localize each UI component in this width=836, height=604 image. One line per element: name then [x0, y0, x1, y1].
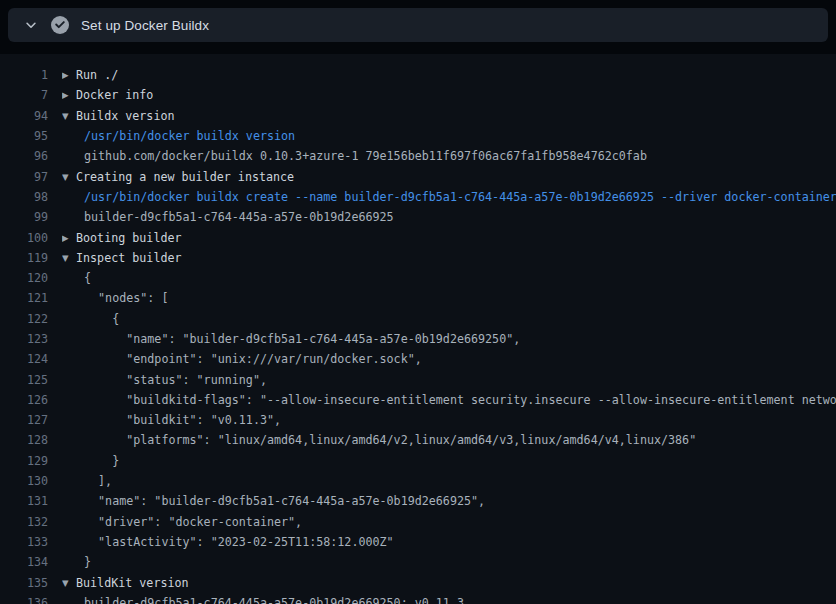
line-number[interactable]: 7 [0, 88, 48, 102]
line-number[interactable]: 95 [0, 129, 48, 143]
log-output-text: "name": "builder-d9cfb5a1-c764-445a-a57e… [84, 494, 485, 508]
log-line: 100▶Booting builder [0, 227, 836, 247]
log-line: 134} [0, 552, 836, 572]
step-title: Set up Docker Buildx [81, 18, 209, 33]
log-output-text: builder-d9cfb5a1-c764-445a-a57e-0b19d2e6… [84, 210, 394, 224]
log-output-text: { [84, 271, 91, 285]
log-line: 120{ [0, 268, 836, 288]
line-number[interactable]: 98 [0, 190, 48, 204]
log-line: 98/usr/bin/docker buildx create --name b… [0, 187, 836, 207]
line-number[interactable]: 132 [0, 515, 48, 529]
log-line: 1▶Run ./ [0, 65, 836, 85]
log-output-text: "name": "builder-d9cfb5a1-c764-445a-a57e… [84, 332, 520, 346]
log-group-header[interactable]: ▼Inspect builder [62, 251, 182, 265]
collapse-triangle-icon: ▼ [62, 172, 76, 182]
log-line: 136builder-d9cfb5a1-c764-445a-a57e-0b19d… [0, 593, 836, 604]
log-viewer: 1▶Run ./7▶Docker info94▼Buildx version95… [0, 54, 836, 604]
collapse-triangle-icon: ▼ [62, 578, 76, 588]
log-line: 131 "name": "builder-d9cfb5a1-c764-445a-… [0, 491, 836, 511]
log-line: 129 } [0, 451, 836, 471]
line-number[interactable]: 135 [0, 576, 48, 590]
group-title: Booting builder [76, 231, 182, 245]
log-line: 126 "buildkitd-flags": "--allow-insecure… [0, 390, 836, 410]
log-output-text: "buildkit": "v0.11.3", [84, 413, 281, 427]
line-number[interactable]: 94 [0, 109, 48, 123]
line-number[interactable]: 134 [0, 555, 48, 569]
group-title: Inspect builder [76, 251, 182, 265]
log-line: 135▼BuildKit version [0, 572, 836, 592]
log-line: 122 { [0, 309, 836, 329]
expand-triangle-icon: ▶ [62, 233, 76, 243]
chevron-down-icon[interactable] [20, 14, 42, 36]
line-number[interactable]: 124 [0, 352, 48, 366]
line-number[interactable]: 127 [0, 413, 48, 427]
log-command-text: /usr/bin/docker buildx version [84, 129, 295, 143]
line-number[interactable]: 99 [0, 210, 48, 224]
log-group-header[interactable]: ▼BuildKit version [62, 576, 189, 590]
line-number[interactable]: 126 [0, 393, 48, 407]
step-header[interactable]: Set up Docker Buildx [8, 8, 828, 42]
log-output-text: "lastActivity": "2023-02-25T11:58:12.000… [84, 535, 394, 549]
log-group-header[interactable]: ▶Booting builder [62, 231, 182, 245]
log-line: 95/usr/bin/docker buildx version [0, 126, 836, 146]
log-line: 7▶Docker info [0, 85, 836, 105]
line-number[interactable]: 130 [0, 474, 48, 488]
log-line: 125 "status": "running", [0, 369, 836, 389]
line-number[interactable]: 97 [0, 170, 48, 184]
line-number[interactable]: 129 [0, 454, 48, 468]
log-line: 96github.com/docker/buildx 0.10.3+azure-… [0, 146, 836, 166]
line-number[interactable]: 131 [0, 494, 48, 508]
log-line: 123 "name": "builder-d9cfb5a1-c764-445a-… [0, 329, 836, 349]
log-group-header[interactable]: ▶Docker info [62, 88, 153, 102]
log-line: 94▼Buildx version [0, 106, 836, 126]
group-title: BuildKit version [76, 576, 189, 590]
log-output-text: "driver": "docker-container", [84, 515, 302, 529]
group-title: Creating a new builder instance [76, 170, 294, 184]
log-line: 130 ], [0, 471, 836, 491]
log-line: 128 "platforms": "linux/amd64,linux/amd6… [0, 430, 836, 450]
log-output-text: "platforms": "linux/amd64,linux/amd64/v2… [84, 433, 696, 447]
log-output-text: "status": "running", [84, 373, 267, 387]
log-group-header[interactable]: ▼Creating a new builder instance [62, 170, 294, 184]
line-number[interactable]: 96 [0, 149, 48, 163]
log-output-text: "nodes": [ [84, 291, 168, 305]
log-line: 121 "nodes": [ [0, 288, 836, 308]
group-title: Buildx version [76, 109, 175, 123]
log-line: 99builder-d9cfb5a1-c764-445a-a57e-0b19d2… [0, 207, 836, 227]
log-group-header[interactable]: ▼Buildx version [62, 109, 175, 123]
line-number[interactable]: 128 [0, 433, 48, 447]
line-number[interactable]: 122 [0, 312, 48, 326]
line-number[interactable]: 133 [0, 535, 48, 549]
line-number[interactable]: 119 [0, 251, 48, 265]
log-line: 124 "endpoint": "unix:///var/run/docker.… [0, 349, 836, 369]
log-output-text: { [84, 312, 119, 326]
line-number[interactable]: 120 [0, 271, 48, 285]
log-output-text: ], [84, 474, 112, 488]
line-number[interactable]: 136 [0, 596, 48, 604]
line-number[interactable]: 123 [0, 332, 48, 346]
line-number[interactable]: 100 [0, 231, 48, 245]
log-output-text: github.com/docker/buildx 0.10.3+azure-1 … [84, 149, 647, 163]
log-output-text: } [84, 555, 91, 569]
log-line: 97▼Creating a new builder instance [0, 166, 836, 186]
line-number[interactable]: 1 [0, 68, 48, 82]
log-output-text: "buildkitd-flags": "--allow-insecure-ent… [84, 393, 836, 407]
log-output-text: "endpoint": "unix:///var/run/docker.sock… [84, 352, 422, 366]
success-check-circle-icon [51, 16, 69, 34]
step-header-strip: Set up Docker Buildx [0, 8, 836, 54]
log-group-header[interactable]: ▶Run ./ [62, 68, 118, 82]
log-line: 119▼Inspect builder [0, 248, 836, 268]
log-output-text: } [84, 454, 119, 468]
group-title: Docker info [76, 88, 153, 102]
log-line: 133 "lastActivity": "2023-02-25T11:58:12… [0, 532, 836, 552]
log-line: 132 "driver": "docker-container", [0, 512, 836, 532]
group-title: Run ./ [76, 68, 118, 82]
collapse-triangle-icon: ▼ [62, 253, 76, 263]
log-command-text: /usr/bin/docker buildx create --name bui… [84, 190, 836, 204]
collapse-triangle-icon: ▼ [62, 111, 76, 121]
expand-triangle-icon: ▶ [62, 70, 76, 80]
log-line: 127 "buildkit": "v0.11.3", [0, 410, 836, 430]
line-number[interactable]: 125 [0, 373, 48, 387]
log-output-text: builder-d9cfb5a1-c764-445a-a57e-0b19d2e6… [84, 596, 464, 604]
line-number[interactable]: 121 [0, 291, 48, 305]
